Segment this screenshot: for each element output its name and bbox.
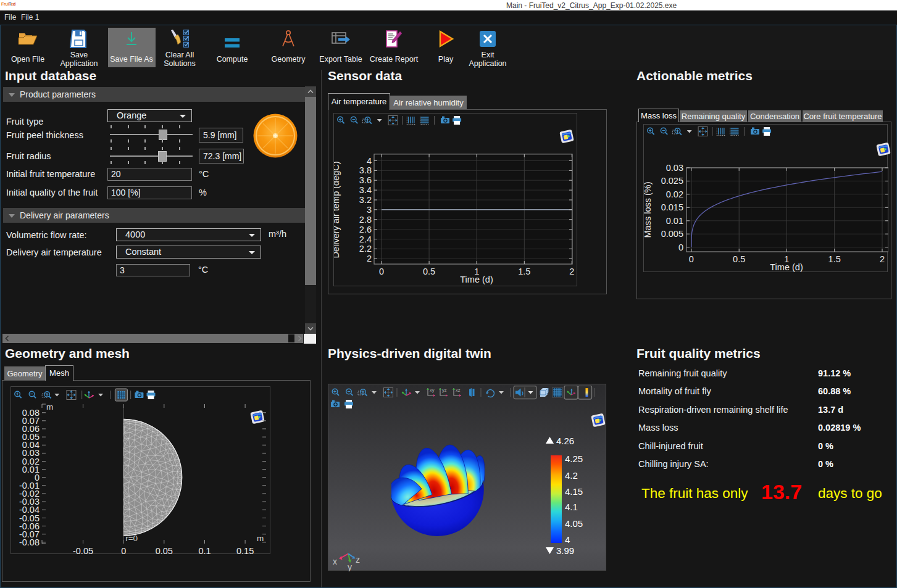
svg-text:4.05: 4.05: [565, 518, 583, 529]
svg-text:3.2: 3.2: [359, 195, 372, 205]
svg-text:0: 0: [379, 267, 384, 276]
svg-text:0.025: 0.025: [661, 176, 683, 186]
svg-text:2: 2: [367, 254, 372, 263]
svg-text:3.4: 3.4: [359, 185, 372, 195]
svg-text:Delivery air temp (degC): Delivery air temp (degC): [334, 161, 341, 258]
svg-text:0.015: 0.015: [661, 202, 683, 212]
svg-text:4.25: 4.25: [565, 453, 583, 464]
svg-text:y: y: [348, 562, 352, 571]
svg-text:0.005: 0.005: [661, 229, 683, 239]
svg-text:4: 4: [565, 534, 570, 545]
svg-text:4.15: 4.15: [565, 486, 583, 497]
svg-text:0.5: 0.5: [423, 267, 435, 276]
svg-text:3.8: 3.8: [359, 165, 372, 175]
svg-text:1.5: 1.5: [518, 267, 530, 276]
svg-text:2.6: 2.6: [359, 225, 372, 234]
svg-text:m: m: [257, 534, 264, 543]
svg-text:-0.05: -0.05: [73, 546, 93, 555]
svg-text:x: x: [333, 557, 337, 566]
svg-text:0: 0: [121, 546, 126, 555]
svg-text:0.5: 0.5: [733, 254, 745, 264]
svg-text:0: 0: [678, 242, 683, 252]
svg-text:Time (d): Time (d): [770, 262, 803, 272]
svg-text:0: 0: [689, 254, 694, 264]
svg-text:4: 4: [367, 156, 372, 166]
svg-text:3: 3: [367, 205, 372, 215]
svg-text:-0.08: -0.08: [19, 537, 40, 547]
svg-text:0.03: 0.03: [666, 163, 683, 173]
svg-text:m: m: [46, 402, 53, 412]
svg-text:Mass loss (%): Mass loss (%): [644, 181, 653, 238]
svg-text:0.15: 0.15: [236, 546, 254, 555]
svg-text:0.05: 0.05: [156, 546, 173, 555]
svg-text:3.99: 3.99: [556, 545, 574, 556]
svg-text:0.1: 0.1: [198, 546, 211, 555]
svg-text:z: z: [356, 555, 360, 565]
svg-text:4.26: 4.26: [556, 436, 574, 446]
svg-text:2: 2: [880, 254, 885, 264]
svg-text:2.2: 2.2: [359, 244, 372, 254]
svg-text:4.1: 4.1: [565, 502, 578, 512]
svg-text:4.2: 4.2: [565, 470, 578, 481]
svg-text:3.6: 3.6: [359, 175, 372, 185]
svg-text:Time (d): Time (d): [460, 275, 493, 284]
svg-text:1.5: 1.5: [828, 254, 841, 264]
svg-text:2.4: 2.4: [359, 234, 372, 244]
svg-text:0.01: 0.01: [666, 216, 683, 226]
svg-text:0.02: 0.02: [666, 189, 683, 199]
svg-text:2: 2: [569, 267, 574, 276]
svg-text:r=0: r=0: [125, 534, 138, 543]
svg-text:2.8: 2.8: [359, 215, 372, 225]
